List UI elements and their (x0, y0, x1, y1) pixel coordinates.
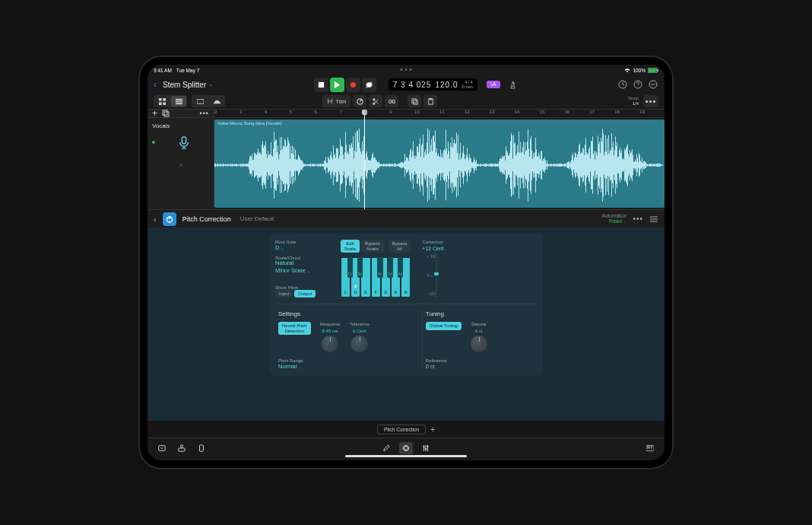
automation-mode[interactable]: Automation Read ⌄ (602, 213, 627, 224)
plugin-menu-button[interactable] (649, 212, 658, 226)
project-title[interactable]: Stem Splitter ⌄ (163, 81, 213, 89)
chevron-down-icon: ⌄ (208, 81, 213, 88)
help-button[interactable] (633, 79, 643, 90)
region-playhead (364, 118, 365, 209)
ruler-tick: 18 (614, 110, 620, 114)
correction-label: Correction (423, 240, 444, 244)
play-button[interactable] (330, 78, 344, 92)
plugin-power-button[interactable] (163, 212, 176, 226)
status-date: Tue May 7 (176, 68, 199, 73)
inspector-button[interactable] (195, 442, 208, 454)
ruler-tick: 17 (589, 110, 595, 114)
tracks-view-button[interactable] (192, 96, 208, 107)
ruler-tick: 14 (515, 110, 520, 114)
ruler-tick: 16 (564, 110, 569, 114)
tolerance-knob[interactable] (351, 336, 368, 352)
root-note-select[interactable]: D⌄ (275, 244, 331, 251)
copy-button[interactable] (408, 95, 421, 107)
plugin-back-button[interactable]: ‹ (154, 215, 157, 224)
svg-rect-29 (159, 445, 165, 450)
neural-pitch-button[interactable]: Neural Pitch Detection (278, 322, 311, 335)
ruler-tick: 12 (465, 110, 470, 114)
mixer-button[interactable] (419, 442, 433, 454)
scale-select[interactable]: NaturalMinor Scale ⌄ (275, 260, 331, 275)
svg-rect-10 (159, 102, 162, 105)
home-indicator[interactable] (345, 455, 467, 457)
division-display: D min (462, 84, 472, 89)
edit-button[interactable] (379, 442, 393, 454)
ruler-tick: 7 (339, 110, 341, 114)
app-header: ‹ Stem Splitter ⌄ 7 3 4 025 120.0 4 / 4 … (147, 75, 665, 94)
edit-scale-button[interactable]: Edit Scale (341, 240, 360, 253)
correction-slider[interactable]: + 100 0 – - 100 (427, 253, 439, 298)
plugin-preset[interactable]: User Default (240, 215, 274, 222)
key-badge[interactable]: ♭A (487, 81, 500, 88)
svg-point-36 (427, 445, 429, 447)
svg-rect-19 (389, 100, 392, 103)
wifi-icon (624, 68, 630, 72)
plugin-more-button[interactable]: ••• (633, 215, 643, 223)
svg-rect-38 (647, 445, 648, 448)
record-button[interactable] (346, 78, 360, 92)
history-button[interactable] (617, 79, 628, 90)
ruler-tick: 9 (389, 110, 392, 114)
track-more-button[interactable]: ••• (200, 110, 209, 117)
track-header[interactable]: Vocals 3 (147, 118, 214, 209)
keyboard-button[interactable] (643, 442, 657, 454)
paste-button[interactable] (423, 95, 437, 107)
show-pitch-input[interactable]: Input (275, 290, 293, 298)
audio-region[interactable]: Voice Memo Song Idea [Vocals] (214, 119, 665, 208)
automation-view-button[interactable] (209, 96, 224, 107)
black-key-Cs[interactable]: C♯ (347, 257, 353, 277)
black-key-As[interactable]: A♯ (398, 257, 403, 277)
status-time: 9:41 AM (154, 68, 172, 73)
duplicate-track-button[interactable] (162, 110, 170, 117)
toolbar: Trim Snap 1/4 ••• (147, 94, 665, 109)
plugin-slot[interactable]: Pitch Correction (377, 425, 426, 434)
svg-point-31 (180, 444, 182, 447)
join-tool[interactable] (385, 95, 398, 107)
battery-icon (648, 68, 658, 73)
cycle-button[interactable] (362, 78, 376, 92)
bypass-all-button[interactable]: Bypass All (389, 240, 411, 253)
detune-knob[interactable] (471, 336, 487, 352)
svg-rect-22 (413, 100, 417, 103)
global-tuning-button[interactable]: Global Tuning (426, 322, 462, 330)
list-view-button[interactable] (171, 96, 186, 107)
keyboard[interactable]: CDEFGABC♯D♯F♯G♯A♯ (341, 257, 411, 298)
tempo-display: 120.0 (435, 81, 458, 89)
more-button[interactable]: ••• (643, 95, 658, 107)
bypass-notes-button[interactable]: Bypass Notes (361, 240, 384, 253)
metronome-icon[interactable] (509, 81, 517, 89)
browser-button[interactable] (175, 442, 189, 454)
black-key-Ds[interactable]: D♯ (357, 257, 363, 277)
tolerance-label: Tolerance (350, 322, 370, 326)
track-name: Vocals (152, 123, 209, 129)
back-button[interactable]: ‹ (154, 79, 157, 90)
svg-rect-15 (197, 99, 204, 103)
detune-label: Detune (471, 322, 486, 326)
svg-point-34 (423, 446, 425, 447)
ruler-tick: 2 (214, 110, 217, 114)
add-track-button[interactable]: + (152, 108, 157, 119)
loop-tool[interactable] (353, 95, 366, 107)
pitch-range-select[interactable]: Normal⌄ (278, 363, 419, 370)
split-tool[interactable] (369, 95, 382, 107)
trim-tool[interactable]: Trim (322, 95, 350, 107)
show-pitch-output[interactable]: Output (294, 290, 316, 298)
black-key-Gs[interactable]: G♯ (387, 257, 392, 277)
stop-button[interactable] (314, 78, 328, 92)
add-plugin-button[interactable]: + (430, 425, 435, 434)
plugin-strip: Pitch Correction + (147, 421, 665, 438)
black-key-Fs[interactable]: F♯ (377, 257, 382, 277)
library-button[interactable] (155, 442, 169, 454)
settings-button[interactable] (648, 79, 658, 90)
grid-view-button[interactable] (154, 96, 170, 107)
ruler[interactable]: + ••• 2345678910111213141516171819 (147, 109, 665, 118)
svg-rect-39 (649, 445, 650, 448)
svg-rect-3 (319, 81, 324, 87)
lcd-display[interactable]: 7 3 4 025 120.0 4 / 4 D min (389, 78, 477, 91)
response-knob[interactable] (322, 336, 338, 352)
multitask-dots[interactable] (401, 68, 412, 71)
plugin-view-button[interactable] (399, 442, 413, 454)
